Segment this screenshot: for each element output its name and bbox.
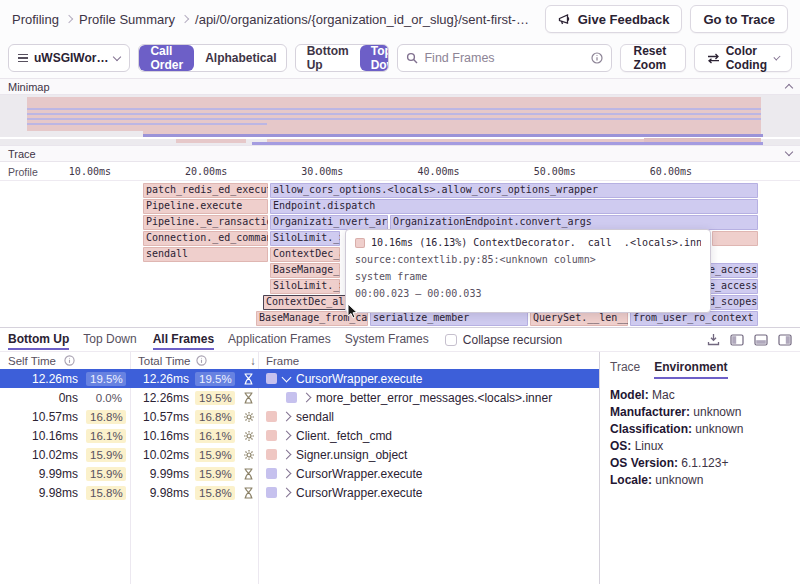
- details-tabs: TraceEnvironment: [600, 356, 800, 379]
- filter-tab[interactable]: System Frames: [345, 329, 429, 350]
- dock-left-icon[interactable]: [730, 334, 744, 346]
- frame-cell[interactable]: Client._fetch_cmd: [258, 429, 599, 443]
- flame-frame-block[interactable]: [712, 231, 758, 246]
- self-time-percent: 15.8%: [86, 486, 126, 500]
- flame-frame-block[interactable]: QuerySet.__len__: [530, 311, 628, 326]
- reset-zoom-button[interactable]: Reset Zoom: [620, 44, 685, 72]
- search-input[interactable]: [424, 51, 585, 65]
- table-row[interactable]: 9.99ms15.9%9.99ms15.9%CursorWrapper.exec…: [0, 464, 599, 483]
- total-time-value: 10.02ms: [143, 448, 189, 462]
- frame-cell[interactable]: CursorWrapper.execute: [258, 372, 599, 386]
- color-coding-label: Color Coding: [726, 44, 769, 72]
- flame-frame-block[interactable]: Organizati_nvert_args: [270, 215, 388, 230]
- sort-option[interactable]: Alphabetical: [194, 45, 287, 71]
- breadcrumb-item[interactable]: /api/0/organizations/{organization_id_or…: [195, 12, 529, 27]
- self-time-percent: 19.5%: [86, 372, 126, 386]
- table-row[interactable]: 12.26ms19.5%12.26ms19.5%CursorWrapper.ex…: [0, 369, 599, 388]
- frame-column-header[interactable]: Frame: [258, 355, 299, 367]
- filter-tab[interactable]: All Frames: [153, 329, 214, 350]
- chevron-down-icon: [785, 148, 793, 156]
- frame-name: Signer.unsign_object: [296, 448, 407, 462]
- view-tabs: Bottom UpTop Down: [8, 329, 137, 350]
- hourglass-icon: [243, 487, 254, 499]
- flame-frame-block[interactable]: Endpoint.dispatch: [270, 199, 758, 214]
- breadcrumb-item[interactable]: Profile Summary: [79, 12, 175, 27]
- minimap-section-header[interactable]: Minimap: [0, 78, 800, 95]
- collapse-recursion-control[interactable]: Collapse recursion: [445, 333, 562, 347]
- flamegraph-canvas[interactable]: from_user_ro_contextQuerySet.__len__seri…: [0, 181, 800, 328]
- color-coding-button[interactable]: Color Coding: [694, 44, 792, 72]
- details-tab-trace[interactable]: Trace: [610, 358, 640, 379]
- total-time-value: 12.26ms: [143, 391, 189, 405]
- flame-frame-block[interactable]: SiloLimit._>.over: [270, 279, 340, 294]
- sort-option[interactable]: Call Order: [139, 45, 194, 71]
- table-row[interactable]: 10.02ms15.9%10.02ms15.9%Signer.unsign_ob…: [0, 445, 599, 464]
- flame-frame-block[interactable]: allow_cors_options.<locals>.allow_cors_o…: [270, 183, 758, 198]
- frame-color-swatch: [286, 392, 297, 403]
- flame-frame-block[interactable]: Connection._ed_command: [143, 231, 268, 246]
- table-row[interactable]: 9.98ms15.8%9.98ms15.8%CursorWrapper.exec…: [0, 483, 599, 502]
- table-row[interactable]: 10.57ms16.8%10.57ms16.8%sendall: [0, 407, 599, 426]
- expand-caret-icon[interactable]: [282, 469, 292, 479]
- expand-caret-icon[interactable]: [302, 393, 312, 403]
- direction-option[interactable]: Bottom Up: [296, 45, 360, 71]
- frame-cell[interactable]: Signer.unsign_object: [258, 448, 599, 462]
- self-time-percent: 16.1%: [86, 429, 126, 443]
- direction-option[interactable]: Top Down: [360, 45, 390, 71]
- download-icon[interactable]: [707, 333, 720, 346]
- view-tab[interactable]: Bottom Up: [8, 329, 69, 350]
- table-row[interactable]: 10.16ms16.1%10.16ms16.1%Client._fetch_cm…: [0, 426, 599, 445]
- dock-right-icon[interactable]: [778, 334, 792, 346]
- sort-descending-icon[interactable]: ↓: [250, 355, 256, 367]
- flame-frame-block[interactable]: Pipeline._e_ransaction: [143, 215, 268, 230]
- flame-frame-block[interactable]: from_user_ro_context: [630, 311, 758, 326]
- frame-cell[interactable]: CursorWrapper.execute: [258, 486, 599, 500]
- table-row[interactable]: 0ns0.0%12.26ms19.5%more_better_error_mes…: [0, 388, 599, 407]
- give-feedback-button[interactable]: Give Feedback: [545, 5, 683, 33]
- go-to-trace-button[interactable]: Go to Trace: [690, 5, 788, 33]
- breadcrumb-item[interactable]: Profiling: [12, 12, 59, 27]
- dock-bottom-icon[interactable]: [754, 334, 768, 346]
- frame-name: Client._fetch_cmd: [296, 429, 392, 443]
- frame-cell[interactable]: CursorWrapper.execute: [258, 467, 599, 481]
- trace-section-header[interactable]: Trace: [0, 145, 800, 162]
- collapse-recursion-label: Collapse recursion: [463, 333, 562, 347]
- flame-frame-block[interactable]: Pipeline.execute: [143, 199, 268, 214]
- flame-frame-block[interactable]: ContextDec_als>.i: [270, 247, 340, 262]
- flame-frame-block[interactable]: patch_redis_ed_execute: [143, 183, 268, 198]
- filter-tabs: All FramesApplication FramesSystem Frame…: [153, 329, 429, 350]
- collapse-caret-icon[interactable]: [282, 372, 292, 382]
- expand-caret-icon[interactable]: [282, 450, 292, 460]
- expand-caret-icon[interactable]: [282, 412, 292, 422]
- minimap-visualization[interactable]: [0, 95, 800, 145]
- flame-frame-block[interactable]: SiloLimit._>.over: [270, 231, 340, 246]
- frame-cell[interactable]: sendall: [258, 410, 599, 424]
- hourglass-icon: [243, 468, 254, 480]
- sorting-segmented-control: Call OrderAlphabeticalLeft Heavy: [138, 44, 286, 72]
- total-time-column-header[interactable]: Total Time ↓: [130, 355, 258, 367]
- flame-frame-block[interactable]: OrganizationEndpoint.convert_args: [390, 215, 758, 230]
- field-value: unknown: [693, 405, 741, 419]
- flame-frame-block[interactable]: BaseManage_from_c: [270, 263, 340, 278]
- flame-frame-block[interactable]: serialize_member: [370, 311, 528, 326]
- view-tab[interactable]: Top Down: [83, 329, 136, 350]
- filter-tab[interactable]: Application Frames: [228, 329, 331, 350]
- frame-origin-icon: [241, 392, 256, 404]
- self-time-column-header[interactable]: Self Time: [0, 355, 130, 367]
- self-time-cell: 10.57ms16.8%: [0, 410, 130, 424]
- frame-cell[interactable]: more_better_error_messages.<locals>.inne…: [258, 391, 599, 405]
- self-time-percent: 15.9%: [86, 467, 126, 481]
- self-time-cell: 12.26ms19.5%: [0, 372, 130, 386]
- field-label: OS Version:: [610, 456, 681, 470]
- thread-selector-dropdown[interactable]: uWSGIWor…: [8, 44, 130, 72]
- expand-caret-icon[interactable]: [282, 431, 292, 441]
- collapse-recursion-checkbox[interactable]: [445, 334, 457, 346]
- frame-name: sendall: [296, 410, 334, 424]
- field-label: Locale:: [610, 473, 655, 487]
- field-label: Model:: [610, 388, 652, 402]
- details-tab-environment[interactable]: Environment: [654, 358, 727, 379]
- tooltip-time-range: 00:00.023 — 00:00.033: [355, 288, 701, 299]
- flame-frame-block[interactable]: sendall: [143, 247, 268, 262]
- expand-caret-icon[interactable]: [282, 488, 292, 498]
- minimap-frame-block: [27, 118, 761, 120]
